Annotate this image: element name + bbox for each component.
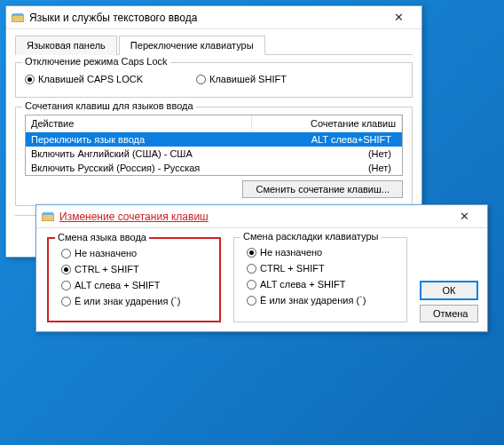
radio-icon [247,248,256,258]
keyboard-icon [42,211,54,223]
radio-label: Не назначено [260,247,322,258]
group-title: Отключение режима Caps Lock [22,56,170,67]
radio-grave[interactable]: Ё или знак ударения (`) [247,295,394,306]
window-title: Языки и службы текстового ввода [29,12,381,24]
hotkey-table: Действие Сочетание клавиш Переключить яз… [25,115,403,176]
radio-icon [61,297,71,306]
hotkey-group: Сочетания клавиш для языков ввода Действ… [15,107,413,206]
radio-icon [61,281,71,290]
radio-icon [247,280,256,290]
radio-icon [61,249,71,258]
svg-rect-3 [43,212,53,215]
titlebar[interactable]: Изменение сочетания клавиш ✕ [36,205,487,228]
row-action: Включить Английский (США) - США [31,148,257,159]
cancel-button[interactable]: Отмена [420,305,478,322]
capslock-group: Отключение режима Caps Lock Клавишей CAP… [15,62,413,98]
radio-label: Не назначено [75,248,137,258]
svg-rect-2 [42,214,54,221]
svg-rect-1 [12,13,23,16]
radio-none[interactable]: Не назначено [247,247,394,258]
titlebar[interactable]: Языки и службы текстового ввода ✕ [6,6,421,29]
radio-alt-shift[interactable]: ALT слева + SHIFT [247,279,394,290]
radio-label: ALT слева + SHIFT [75,280,160,290]
radio-icon [25,75,35,84]
table-row[interactable]: Переключить язык ввода ALT слева+SHIFT [26,132,402,147]
radio-alt-shift[interactable]: ALT слева + SHIFT [61,280,207,290]
row-key: (Нет) [257,148,397,159]
ok-button[interactable]: ОК [420,281,478,300]
change-hotkey-button[interactable]: Сменить сочетание клавиш... [242,180,403,198]
radio-label: Ё или знак ударения (`) [260,295,366,306]
row-key: ALT слева+SHIFT [257,134,397,145]
group-title: Сочетания клавиш для языков ввода [22,100,196,111]
table-row[interactable]: Включить Русский (Россия) - Русская (Нет… [26,161,402,175]
radio-label: ALT слева + SHIFT [260,279,345,290]
radio-shift[interactable]: Клавишей SHIFT [196,74,287,84]
close-icon[interactable]: ✕ [381,11,416,24]
col-action[interactable]: Действие [26,115,252,131]
group-title: Смена раскладки клавиатуры [240,231,381,242]
radio-label: Ё или знак ударения (`) [75,296,180,306]
radio-capslock[interactable]: Клавишей CAPS LOCK [25,74,143,84]
dialog-body: Смена языка ввода Не назначено CTRL + SH… [36,228,487,331]
col-key[interactable]: Сочетание клавиш [252,115,402,131]
radio-label: Клавишей SHIFT [209,74,287,84]
keyboard-layout-group: Смена раскладки клавиатуры Не назначено … [233,237,407,322]
radio-label: Клавишей CAPS LOCK [38,74,143,84]
radio-ctrl-shift[interactable]: CTRL + SHIFT [61,264,207,274]
radio-label: CTRL + SHIFT [75,264,139,274]
tab-keyboard-switch[interactable]: Переключение клавиатуры [119,36,265,55]
row-key: (Нет) [257,163,397,173]
row-action: Включить Русский (Россия) - Русская [31,163,257,173]
input-language-group: Смена языка ввода Не назначено CTRL + SH… [47,237,221,322]
tab-strip: Языковая панель Переключение клавиатуры [15,35,413,55]
change-hotkey-dialog: Изменение сочетания клавиш ✕ Смена языка… [35,204,488,332]
table-row[interactable]: Включить Английский (США) - США (Нет) [26,147,402,161]
radio-label: CTRL + SHIFT [260,263,325,274]
radio-icon [247,264,256,274]
radio-none[interactable]: Не назначено [61,248,207,258]
dialog-buttons: ОК Отмена [420,237,478,322]
radio-grave[interactable]: Ё или знак ударения (`) [61,296,207,306]
svg-rect-0 [12,15,24,22]
dialog-title: Изменение сочетания клавиш [59,211,446,223]
row-action: Переключить язык ввода [31,134,257,145]
close-icon[interactable]: ✕ [446,210,482,223]
radio-icon [196,75,206,84]
group-title: Смена языка ввода [55,232,149,242]
radio-ctrl-shift[interactable]: CTRL + SHIFT [247,263,394,274]
tab-language-panel[interactable]: Языковая панель [15,36,117,55]
keyboard-icon [12,12,24,24]
radio-icon [247,296,256,306]
radio-icon [61,265,71,274]
table-head: Действие Сочетание клавиш [26,115,402,132]
